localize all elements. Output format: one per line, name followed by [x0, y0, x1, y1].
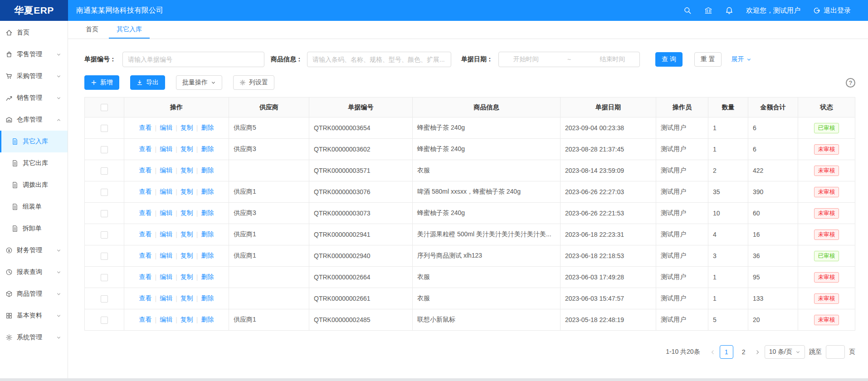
row-checkbox[interactable]: [101, 210, 108, 217]
action-copy-link[interactable]: 复制: [177, 273, 196, 281]
action-view-link[interactable]: 查看: [136, 316, 155, 324]
action-view-link[interactable]: 查看: [136, 294, 155, 303]
action-delete-link[interactable]: 删除: [198, 124, 217, 132]
sidebar-item-goods[interactable]: 商品管理: [0, 283, 68, 305]
checkbox-cell: [85, 203, 124, 224]
search-icon[interactable]: [683, 6, 692, 15]
sidebar-item-assembly-bill[interactable]: 组装单: [0, 196, 68, 218]
reset-button[interactable]: 重 置: [694, 52, 722, 67]
logout-button[interactable]: 退出登录: [813, 6, 851, 15]
action-edit-link[interactable]: 编辑: [156, 273, 176, 281]
action-copy-link[interactable]: 复制: [177, 124, 196, 132]
action-view-link[interactable]: 查看: [136, 124, 155, 132]
row-checkbox[interactable]: [101, 295, 108, 303]
action-delete-link[interactable]: 删除: [198, 230, 217, 239]
row-checkbox[interactable]: [101, 231, 108, 239]
action-edit-link[interactable]: 编辑: [156, 209, 176, 217]
action-edit-link[interactable]: 编辑: [156, 124, 176, 132]
action-copy-link[interactable]: 复制: [177, 188, 196, 196]
sidebar-item-transfer-outbound[interactable]: 调拨出库: [0, 174, 68, 196]
action-delete-link[interactable]: 删除: [198, 294, 217, 303]
row-checkbox[interactable]: [101, 146, 108, 153]
sidebar-item-warehouse[interactable]: 仓库管理: [0, 109, 68, 131]
sidebar-item-home[interactable]: 首页: [0, 22, 68, 44]
sidebar-item-disassembly-bill[interactable]: 拆卸单: [0, 218, 68, 239]
action-copy-link[interactable]: 复制: [177, 294, 196, 303]
action-edit-link[interactable]: 编辑: [156, 252, 176, 260]
sidebar-item-purchase[interactable]: 采购管理: [0, 65, 68, 87]
row-checkbox[interactable]: [101, 274, 108, 281]
action-edit-link[interactable]: 编辑: [156, 188, 176, 196]
sidebar-item-sales[interactable]: 销售管理: [0, 87, 68, 109]
page-size-select[interactable]: 10 条/页: [765, 345, 805, 359]
action-copy-link[interactable]: 复制: [177, 230, 196, 239]
action-edit-link[interactable]: 编辑: [156, 230, 176, 239]
tab-home[interactable]: 首页: [78, 21, 106, 39]
action-edit-link[interactable]: 编辑: [156, 316, 176, 324]
sidebar-item-report[interactable]: 报表查询: [0, 261, 68, 283]
action-view-link[interactable]: 查看: [136, 209, 155, 217]
action-delete-link[interactable]: 删除: [198, 145, 217, 153]
page-1-button[interactable]: 1: [720, 345, 733, 359]
sidebar-item-other-outbound[interactable]: 其它出库: [0, 152, 68, 174]
action-delete-link[interactable]: 删除: [198, 209, 217, 217]
goods-info-input[interactable]: [307, 52, 451, 67]
amount-cell: 6: [748, 139, 798, 160]
action-view-link[interactable]: 查看: [136, 273, 155, 281]
bell-icon[interactable]: [725, 6, 733, 15]
action-delete-link[interactable]: 删除: [198, 252, 217, 260]
action-view-link[interactable]: 查看: [136, 166, 155, 175]
action-view-link[interactable]: 查看: [136, 145, 155, 153]
next-page-button[interactable]: [755, 349, 761, 355]
page-2-button[interactable]: 2: [737, 345, 751, 359]
action-edit-link[interactable]: 编辑: [156, 294, 176, 303]
operator-cell: 测试用户: [656, 267, 708, 288]
help-icon[interactable]: ?: [846, 78, 855, 88]
jump-page-input[interactable]: [826, 345, 845, 359]
goods-info-cell: 蜂蜜柚子茶 240g: [413, 117, 561, 139]
row-checkbox[interactable]: [101, 189, 108, 196]
action-copy-link[interactable]: 复制: [177, 252, 196, 260]
column-settings-button[interactable]: 列设置: [233, 75, 274, 90]
row-checkbox[interactable]: [101, 167, 108, 175]
action-copy-link[interactable]: 复制: [177, 209, 196, 217]
export-button[interactable]: 导出: [130, 75, 165, 90]
bill-date-cell: 2023-05-18 22:48:19: [561, 309, 656, 331]
action-copy-link[interactable]: 复制: [177, 166, 196, 175]
row-checkbox[interactable]: [101, 125, 108, 132]
sidebar-item-basic[interactable]: 基本资料: [0, 305, 68, 327]
sidebar-item-label: 财务管理: [17, 246, 42, 254]
action-delete-link[interactable]: 删除: [198, 273, 217, 281]
action-view-link[interactable]: 查看: [136, 230, 155, 239]
action-edit-link[interactable]: 编辑: [156, 166, 176, 175]
expand-link[interactable]: 展开: [731, 55, 751, 64]
action-delete-link[interactable]: 删除: [198, 166, 217, 175]
sidebar-item-finance[interactable]: 财务管理: [0, 239, 68, 261]
action-view-link[interactable]: 查看: [136, 188, 155, 196]
checkbox-cell: [85, 224, 124, 245]
doc-icon: [11, 181, 19, 189]
date-range-picker[interactable]: 开始时间 ~ 结束时间: [498, 52, 640, 67]
action-delete-link[interactable]: 删除: [198, 316, 217, 324]
prev-page-button[interactable]: [710, 349, 716, 355]
platform-icon[interactable]: [704, 6, 712, 15]
action-edit-link[interactable]: 编辑: [156, 145, 176, 153]
inbound-table: 操作供应商单据编号商品信息单据日期操作员数量金额合计状态 查看|编辑|复制|删除…: [84, 97, 855, 331]
batch-actions-button[interactable]: 批量操作: [176, 75, 222, 90]
action-view-link[interactable]: 查看: [136, 252, 155, 260]
action-delete-link[interactable]: 删除: [198, 188, 217, 196]
bill-no-input[interactable]: [122, 52, 264, 67]
row-checkbox[interactable]: [101, 253, 108, 260]
search-button[interactable]: 查 询: [655, 52, 683, 67]
select-all-checkbox[interactable]: [101, 104, 108, 111]
add-button[interactable]: 新增: [84, 75, 119, 90]
row-actions: 查看|编辑|复制|删除: [136, 230, 217, 239]
sidebar-item-other-inbound[interactable]: 其它入库: [0, 131, 68, 152]
sidebar-item-retail[interactable]: 零售管理: [0, 44, 68, 65]
tab-other-inbound[interactable]: 其它入库: [109, 21, 150, 39]
horizontal-scrollbar[interactable]: [0, 378, 868, 381]
row-checkbox[interactable]: [101, 317, 108, 324]
action-copy-link[interactable]: 复制: [177, 145, 196, 153]
sidebar-item-system[interactable]: 系统管理: [0, 327, 68, 348]
action-copy-link[interactable]: 复制: [177, 316, 196, 324]
